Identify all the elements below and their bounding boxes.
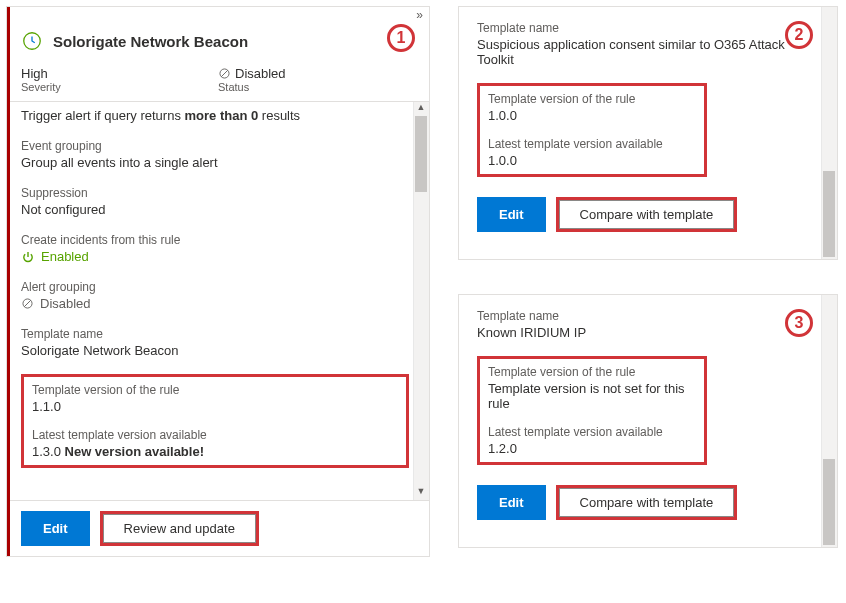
event-grouping-label: Event grouping xyxy=(21,139,409,153)
compare-highlight: Compare with template xyxy=(556,485,738,520)
suppression-label: Suppression xyxy=(21,186,409,200)
latest-version-value: 1.2.0 xyxy=(488,441,696,456)
event-grouping-value: Group all events into a single alert xyxy=(21,155,409,170)
collapse-icon[interactable]: » xyxy=(7,7,429,22)
panel-header: Solorigate Network Beacon 1 xyxy=(7,22,429,62)
scroll-thumb[interactable] xyxy=(415,116,427,192)
power-on-icon xyxy=(21,250,35,264)
edit-button[interactable]: Edit xyxy=(21,511,90,546)
latest-version-label: Latest template version available xyxy=(32,428,398,442)
scrollbar[interactable] xyxy=(821,295,837,547)
latest-version-value: 1.0.0 xyxy=(488,153,696,168)
template-name-value: Solorigate Network Beacon xyxy=(21,343,409,358)
review-highlight: Review and update xyxy=(100,511,259,546)
torn-edge xyxy=(459,6,837,14)
torn-edge xyxy=(459,294,837,302)
edit-button[interactable]: Edit xyxy=(477,485,546,520)
status-value: Disabled xyxy=(218,66,415,81)
edit-button[interactable]: Edit xyxy=(477,197,546,232)
severity-label: Severity xyxy=(21,81,218,93)
template-name-label: Template name xyxy=(21,327,409,341)
compare-highlight: Compare with template xyxy=(556,197,738,232)
rule-detail-panel: » Solorigate Network Beacon 1 High Sever… xyxy=(6,6,430,557)
template-version-value: 1.1.0 xyxy=(32,399,398,414)
details-scroll: ▲ ▼ Trigger alert if query returns more … xyxy=(7,102,429,500)
compare-template-button[interactable]: Compare with template xyxy=(559,488,735,517)
severity-value: High xyxy=(21,66,218,81)
version-highlight: Template version of the rule Template ve… xyxy=(477,356,707,465)
latest-version-label: Latest template version available xyxy=(488,425,696,439)
alert-grouping-value: Disabled xyxy=(21,296,409,311)
scrollbar[interactable]: ▲ ▼ xyxy=(413,102,429,500)
template-version-label: Template version of the rule xyxy=(488,92,696,106)
scroll-thumb[interactable] xyxy=(823,459,835,545)
latest-version-label: Latest template version available xyxy=(488,137,696,151)
review-update-button[interactable]: Review and update xyxy=(103,514,256,543)
template-name-label: Template name xyxy=(477,309,817,323)
callout-badge-1: 1 xyxy=(387,24,415,52)
trigger-line: Trigger alert if query returns more than… xyxy=(21,108,409,123)
template-name-label: Template name xyxy=(477,21,817,35)
callout-badge-2: 2 xyxy=(785,21,813,49)
compare-template-button[interactable]: Compare with template xyxy=(559,200,735,229)
template-version-value: 1.0.0 xyxy=(488,108,696,123)
callout-badge-3: 3 xyxy=(785,309,813,337)
rule-title: Solorigate Network Beacon xyxy=(53,33,248,50)
alert-grouping-label: Alert grouping xyxy=(21,280,409,294)
template-version-value: Template version is not set for this rul… xyxy=(488,381,696,411)
incidents-value: Enabled xyxy=(21,249,409,264)
template-card: 2 Template name Suspicious application c… xyxy=(458,6,838,260)
disabled-icon xyxy=(21,297,34,310)
scrollbar[interactable] xyxy=(821,7,837,259)
version-highlight: Template version of the rule 1.0.0 Lates… xyxy=(477,83,707,177)
template-card: 3 Template name Known IRIDIUM IP Templat… xyxy=(458,294,838,548)
version-highlight: Template version of the rule 1.1.0 Lates… xyxy=(21,374,409,468)
scroll-thumb[interactable] xyxy=(823,171,835,257)
incidents-label: Create incidents from this rule xyxy=(21,233,409,247)
template-name-value: Suspicious application consent similar t… xyxy=(477,37,817,67)
scroll-up-icon[interactable]: ▲ xyxy=(415,102,427,116)
template-version-label: Template version of the rule xyxy=(488,365,696,379)
status-label: Status xyxy=(218,81,415,93)
template-name-value: Known IRIDIUM IP xyxy=(477,325,817,340)
scheduled-rule-icon xyxy=(21,30,43,52)
svg-line-2 xyxy=(221,70,228,77)
latest-version-value: 1.3.0 New version available! xyxy=(32,444,398,459)
suppression-value: Not configured xyxy=(21,202,409,217)
template-version-label: Template version of the rule xyxy=(32,383,398,397)
scroll-down-icon[interactable]: ▼ xyxy=(415,486,427,500)
summary-row: High Severity Disabled Status xyxy=(7,62,429,101)
disabled-icon xyxy=(218,67,231,80)
svg-line-4 xyxy=(24,300,31,307)
